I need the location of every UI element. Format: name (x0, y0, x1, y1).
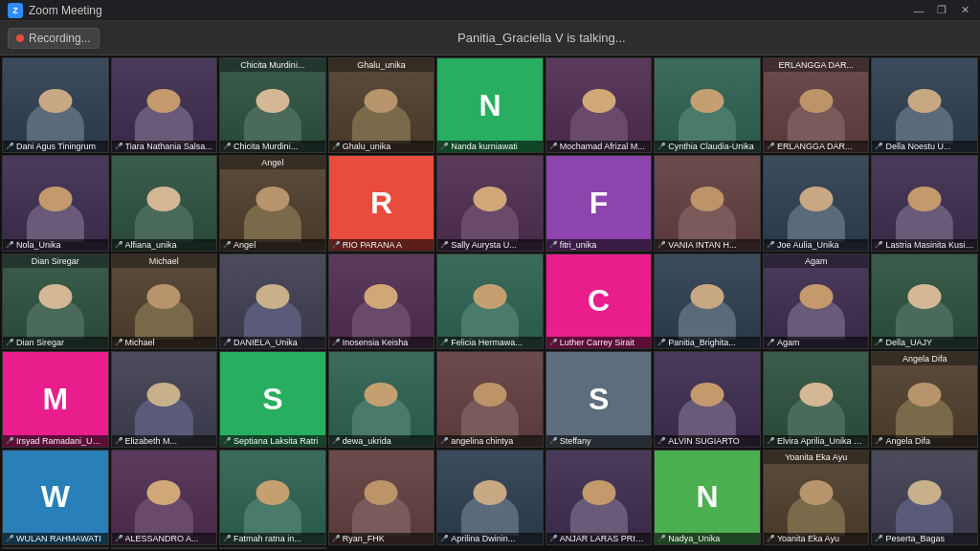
participant-Dani_Agus_Tiningrum[interactable]: 🎤Dani Agus Tiningrum (2, 57, 109, 153)
participant-Chicita_Murdinirum[interactable]: Chicita Murdini...🎤Chicita Murdini... (219, 57, 326, 153)
mic-muted-icon: 🎤 (223, 437, 232, 445)
participant-name-bar: 🎤Fatmah ratna in... (220, 533, 325, 544)
participant-Cynthia_Claudia_Unika[interactable]: 🎤Cynthia Claudia-Unika (654, 57, 761, 153)
participant-name-bar: 🎤Heri. (220, 547, 325, 548)
participant-Patricia_Dominique_U[interactable]: 🎤Patricia Domini... (2, 547, 109, 549)
recording-button[interactable]: Recording... (8, 28, 100, 49)
close-button[interactable]: ✕ (957, 3, 972, 18)
participant-WULAN_RAHMAWATI[interactable]: W🎤WULAN RAHMAWATI (2, 450, 109, 545)
titlebar: Z Zoom Meeting — ❐ ✕ (0, 0, 980, 21)
participant-Angel[interactable]: Angel🎤Angel (219, 155, 326, 251)
participant-ALESSANDRO_ALVIN[interactable]: 🎤ALESSANDRO A... (111, 450, 218, 545)
participant-top-label: Michael (112, 254, 217, 268)
participant-name-bar: 🎤Angela Difa (872, 435, 977, 447)
participant-dewa_ukrida[interactable]: 🎤dewa_ukrida (328, 351, 435, 447)
participant-DANIELA_Unika[interactable]: 🎤DANIELA_Unika (219, 253, 326, 349)
participant-Elizabeth_M[interactable]: 🎤Elizabeth M... (111, 351, 218, 447)
participant-Aprilina_Dwinin[interactable]: 🎤Aprilina Dwinin... (436, 450, 544, 545)
participant-Nanda_kurniawati[interactable]: N🎤Nanda kurniawati (436, 57, 544, 153)
participant-Agam[interactable]: Agam🎤Agam (763, 253, 870, 349)
participant-Steffany[interactable]: S🎤Steffany (546, 351, 653, 447)
participant-name-bar: 🎤Elizabeth M... (112, 435, 217, 447)
participant-name: Steffany (560, 436, 649, 446)
participant-Inosensia_Keisha[interactable]: 🎤Inosensia Keisha (328, 253, 435, 349)
mic-muted-icon: 🎤 (875, 241, 883, 249)
participant-name-bar: 🎤Inosensia Keisha (329, 337, 434, 348)
participant-name: Elizabeth M... (125, 436, 214, 446)
participant-angelina_chintya[interactable]: 🎤angelina chintya (436, 351, 544, 447)
mic-muted-icon: 🎤 (115, 437, 123, 445)
participant-name: Fatmah ratna in... (234, 534, 323, 543)
avatar-letter: F (546, 165, 652, 241)
mic-muted-icon: 🎤 (6, 143, 14, 150)
participant-RIO_PARANA_A[interactable]: R🎤RIO PARANA A (328, 155, 435, 251)
participant-top-label: Angel (220, 156, 325, 169)
mic-muted-icon: 🎤 (767, 339, 775, 346)
mic-muted-icon: 🎤 (332, 143, 341, 150)
participant-top-label: Dian Siregar (3, 254, 108, 268)
participant-name-bar: 🎤Steffany (546, 435, 652, 447)
participant-Michael[interactable]: Michael🎤Michael (111, 253, 218, 349)
participant-VANIA_INTAN_H[interactable]: 🎤VANIA INTAN H... (654, 155, 761, 251)
participant-name: Nanda kurniawati (451, 142, 540, 151)
participant-Angela_Difa[interactable]: Angela Difa🎤Angela Difa (871, 351, 978, 447)
participant-name: Angela Difa (885, 436, 974, 446)
participant-Heri[interactable]: Heri.🎤Heri. (219, 547, 326, 549)
participant-Irda_Unika_Soeg[interactable]: 🎤Irda_Unika Soeg... (111, 547, 218, 549)
participant-Yoanita_Eka_Ayu[interactable]: Yoanita Eka Ayu🎤Yoanita Eka Ayu (763, 450, 870, 545)
participant-Septiana_Laksita_Ratri[interactable]: S🎤Septiana Laksita Ratri (219, 351, 326, 447)
participant-Peserta_Bagas[interactable]: 🎤Peserta_Bagas (871, 450, 978, 545)
participant-name: Michael (125, 338, 214, 347)
mic-muted-icon: 🎤 (657, 535, 666, 542)
participant-Panitia_Brighita_Valma[interactable]: 🎤Panitia_Brighita... (654, 253, 761, 349)
minimize-button[interactable]: — (911, 3, 926, 18)
participant-name-bar: 🎤Cynthia Claudia-Unika (655, 141, 760, 152)
participant-name: Dani Agus Tiningrum (16, 142, 105, 151)
person-head (147, 383, 181, 408)
participant-Sally_Aurysta_UNIKA[interactable]: 🎤Sally Aurysta U... (436, 155, 544, 251)
participant-Ghalu_unika[interactable]: Ghalu_unika🎤Ghalu_unika (328, 57, 435, 153)
participant-Fatmah_ratna_indrian[interactable]: 🎤Fatmah ratna in... (219, 450, 326, 545)
avatar-letter: C (546, 263, 652, 340)
participant-Luther_Carrey_Sirait[interactable]: C🎤Luther Carrey Sirait (546, 253, 653, 349)
window-controls[interactable]: — ❐ ✕ (911, 3, 972, 18)
participant-name-bar: 🎤Irda_Unika Soeg... (112, 547, 217, 548)
participant-name: Inosensia Keisha (343, 338, 432, 347)
participant-Elvira_Aprilia_Unika_S[interactable]: 🎤Elvira Aprilia_Unika S... (763, 351, 870, 447)
participant-Irsyad_Ramadani_Unika[interactable]: M🎤Irsyad Ramadani_Unika (2, 351, 109, 447)
participant-Mochamad_Afrizal_M[interactable]: 🎤Mochamad Afrizal M... (546, 57, 653, 153)
participant-name: Elvira Aprilia_Unika S... (777, 436, 866, 446)
participant-Della_UAJY[interactable]: 🎤Della_UAJY (871, 253, 978, 349)
participant-Nola_Unika[interactable]: 🎤Nola_Unika (2, 155, 109, 251)
participant-name-bar: 🎤Panitia_Brighita... (655, 337, 760, 348)
participant-Nadya_Unika[interactable]: N🎤Nadya_Unika (654, 450, 761, 545)
mic-muted-icon: 🎤 (549, 535, 558, 542)
participant-name-bar: 🎤Septiana Laksita Ratri (220, 435, 325, 447)
person-head (256, 284, 289, 309)
participant-ANJAR_LARAS_PRIHAT[interactable]: 🎤ANJAR LARAS PRIHAT... (546, 450, 653, 545)
participant-Della_Noestu_U[interactable]: 🎤Della Noestu U... (871, 57, 978, 153)
participant-name: dewa_ukrida (343, 436, 432, 446)
participant-name-bar: 🎤Nanda kurniawati (437, 141, 543, 152)
participant-Lastria_Masinita_Kusin[interactable]: 🎤Lastria Masinita Kusin... (871, 155, 978, 251)
participant-name-bar: 🎤Mochamad Afrizal M... (546, 141, 652, 152)
participant-name: Septiana Laksita Ratri (234, 436, 323, 446)
maximize-button[interactable]: ❐ (934, 3, 949, 18)
participant-Ryan_FHK[interactable]: 🎤Ryan_FHK (328, 450, 435, 545)
participant-name: Lastria Masinita Kusin... (885, 240, 974, 250)
participant-Tiara_Nathania_Salsa[interactable]: 🎤Tiara Nathania Salsa... (111, 57, 218, 153)
participant-name: RIO PARANA A (343, 240, 432, 250)
participant-name-bar: 🎤Dian Siregar (3, 337, 108, 348)
participant-ALVIN_SUGIARTO[interactable]: 🎤ALVIN SUGIARTO (654, 351, 761, 447)
participant-Dian_Siregar[interactable]: Dian Siregar🎤Dian Siregar (2, 253, 109, 349)
avatar-letter: R (329, 165, 434, 241)
participant-fitri_unika[interactable]: F🎤fitri_unika (546, 155, 653, 251)
person-head (147, 187, 181, 211)
participant-ERLANGGA_DARWIS[interactable]: ERLANGGA DAR...🎤ERLANGGA DAR... (763, 57, 870, 153)
mic-muted-icon: 🎤 (223, 143, 232, 150)
participant-Joe_Aulia_Unika[interactable]: 🎤Joe Aulia_Unika (763, 155, 870, 251)
participant-Felicia_Hermawan_Uni[interactable]: 🎤Felicia Hermawa... (436, 253, 544, 349)
participant-name: Sally Aurysta U... (451, 240, 540, 250)
participant-Alfiana_unika[interactable]: 🎤Alfiana_unika (111, 155, 218, 251)
participant-name: Ryan_FHK (343, 534, 432, 543)
